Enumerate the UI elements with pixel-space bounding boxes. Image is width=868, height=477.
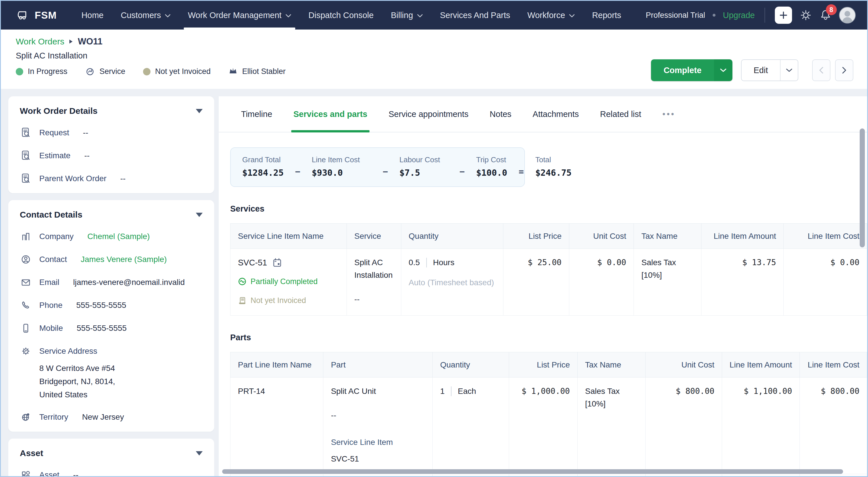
services-and-parts-content: Grand Total $1284.25 − Line Item Cost $9… bbox=[219, 132, 867, 476]
column-header: Unit Cost bbox=[646, 352, 722, 378]
next-record-button[interactable] bbox=[835, 59, 854, 81]
column-header: List Price bbox=[509, 352, 577, 378]
nav-item-customers[interactable]: Customers bbox=[112, 1, 179, 30]
service-quantity: 0.5 Hours bbox=[409, 256, 496, 269]
line-item-amount-value: $ 110.00 bbox=[722, 474, 800, 476]
equals-operator: = bbox=[519, 166, 524, 178]
truck-icon bbox=[16, 10, 30, 21]
avatar-body bbox=[842, 17, 852, 24]
create-new-button[interactable] bbox=[775, 7, 792, 24]
territory-field: Territory New Jersey bbox=[20, 411, 203, 423]
column-header: Part bbox=[323, 352, 433, 378]
estimate-field: Estimate -- bbox=[20, 150, 203, 162]
card-title: Contact Details bbox=[20, 210, 82, 220]
grand-total-stat: Grand Total $1284.25 bbox=[242, 155, 284, 178]
edit-button[interactable]: Edit bbox=[741, 59, 798, 81]
tab-bar: Timeline Services and parts Service appo… bbox=[219, 96, 867, 132]
mobile-icon bbox=[20, 322, 32, 334]
email-value[interactable]: ljames-venere@noemail.invalid bbox=[73, 278, 185, 287]
edit-dropdown-button[interactable] bbox=[780, 60, 798, 81]
labour-cost-stat: Labour Cost $7.5 bbox=[399, 155, 440, 178]
work-order-details-header[interactable]: Work Order Details bbox=[20, 106, 203, 116]
total-stat: Total $246.75 bbox=[535, 155, 571, 178]
nav-item-work-order-management[interactable]: Work Order Management bbox=[179, 1, 300, 30]
column-header: Quantity bbox=[433, 352, 509, 378]
tab-service-appointments[interactable]: Service appointments bbox=[389, 96, 468, 132]
document-search-icon bbox=[20, 150, 32, 162]
chevron-right-icon bbox=[69, 39, 72, 43]
vertical-scrollbar[interactable] bbox=[860, 128, 865, 247]
breadcrumb-work-orders-link[interactable]: Work Orders bbox=[16, 37, 64, 46]
service-note: -- bbox=[354, 293, 394, 306]
sidebar: Work Order Details Request -- Estimate -… bbox=[8, 96, 214, 476]
column-header: List Price bbox=[503, 224, 569, 249]
service-name: Split AC Installation bbox=[354, 256, 394, 282]
tab-timeline[interactable]: Timeline bbox=[241, 96, 272, 132]
owner-badge: Elliot Stabler bbox=[228, 66, 286, 76]
invoice-status-dot-icon bbox=[143, 68, 151, 75]
nav-item-home[interactable]: Home bbox=[73, 1, 112, 30]
service-address-field: Service Address bbox=[20, 345, 203, 357]
record-pager bbox=[812, 59, 854, 81]
status-dot-icon bbox=[16, 68, 23, 75]
contact-link[interactable]: James Venere (Sample) bbox=[81, 255, 167, 264]
asset-grid-icon bbox=[20, 469, 32, 476]
parts-header-row: Part Line Item Name Part Quantity List P… bbox=[230, 352, 867, 378]
column-header: Line Item Cost bbox=[784, 224, 867, 249]
column-header: Service Line Item Name bbox=[230, 224, 347, 249]
partially-completed-icon bbox=[238, 277, 247, 286]
collapse-caret-icon[interactable] bbox=[196, 213, 203, 217]
tab-notes[interactable]: Notes bbox=[490, 96, 512, 132]
upgrade-link[interactable]: Upgrade bbox=[723, 10, 755, 20]
tab-attachments[interactable]: Attachments bbox=[533, 96, 579, 132]
collapse-caret-icon[interactable] bbox=[196, 451, 203, 455]
notifications-button[interactable]: 8 bbox=[819, 9, 832, 22]
column-header: Line Item Cost bbox=[800, 352, 867, 378]
gear-icon bbox=[800, 9, 812, 22]
tab-related-list[interactable]: Related list bbox=[600, 96, 641, 132]
mobile-value: 555-555-5555 bbox=[76, 324, 126, 333]
trip-cost-stat: Trip Cost $100.0 bbox=[476, 155, 507, 178]
contact-details-header[interactable]: Contact Details bbox=[20, 210, 203, 220]
more-tabs-button[interactable]: ••• bbox=[662, 109, 675, 119]
type-badge: Service bbox=[85, 67, 125, 76]
page-header: Work Orders WO11 Split AC Installation I… bbox=[1, 30, 867, 89]
card-title: Asset bbox=[20, 448, 43, 458]
complete-button[interactable]: Complete bbox=[651, 59, 733, 81]
service-row: SVC-51 Partially Completed bbox=[230, 249, 867, 316]
line-item-cost-value: $ 80.00 bbox=[800, 474, 867, 476]
line-item-cost-value: $ 0.00 bbox=[784, 249, 867, 316]
part-row: PRT-15 Copper Piping and Insulation -- S… bbox=[230, 474, 867, 476]
nav-item-reports[interactable]: Reports bbox=[583, 1, 630, 30]
company-link[interactable]: Chemel (Sample) bbox=[87, 232, 150, 241]
part-note: -- bbox=[331, 409, 425, 422]
horizontal-scrollbar[interactable] bbox=[222, 469, 843, 474]
chevron-down-icon bbox=[417, 14, 423, 18]
service-invoice-status: Not yet Invoiced bbox=[238, 294, 339, 307]
previous-record-button[interactable] bbox=[812, 59, 831, 81]
chevron-down-icon bbox=[165, 14, 170, 18]
nav-item-services-and-parts[interactable]: Services And Parts bbox=[431, 1, 519, 30]
minus-operator: − bbox=[383, 166, 388, 178]
part-row: PRT-14 Split AC Unit -- Service Line Ite… bbox=[230, 378, 867, 474]
asset-card-header[interactable]: Asset bbox=[20, 448, 203, 458]
contact-person-icon bbox=[20, 253, 32, 265]
phone-value: 555-555-5555 bbox=[76, 301, 126, 310]
nav-item-billing[interactable]: Billing bbox=[382, 1, 431, 30]
unit-cost-value: $ 80.00 bbox=[646, 474, 722, 476]
nav-item-workforce[interactable]: Workforce bbox=[519, 1, 584, 30]
calendar-icon[interactable] bbox=[272, 257, 282, 268]
app-window: FSM Home Customers Work Order Management… bbox=[0, 0, 868, 477]
tab-services-and-parts[interactable]: Services and parts bbox=[293, 96, 368, 132]
phone-icon bbox=[20, 299, 32, 311]
collapse-caret-icon[interactable] bbox=[196, 109, 203, 113]
content-panel: Timeline Services and parts Service appo… bbox=[219, 96, 867, 476]
column-header: Tax Name bbox=[577, 352, 646, 378]
complete-dropdown-button[interactable] bbox=[714, 59, 733, 81]
avatar[interactable] bbox=[839, 7, 856, 24]
services-header-row: Service Line Item Name Service Quantity … bbox=[230, 224, 867, 249]
settings-button[interactable] bbox=[800, 9, 812, 22]
nav-item-dispatch-console[interactable]: Dispatch Console bbox=[300, 1, 382, 30]
service-address-gear-icon bbox=[20, 345, 32, 357]
brand-logo[interactable]: FSM bbox=[16, 9, 57, 21]
